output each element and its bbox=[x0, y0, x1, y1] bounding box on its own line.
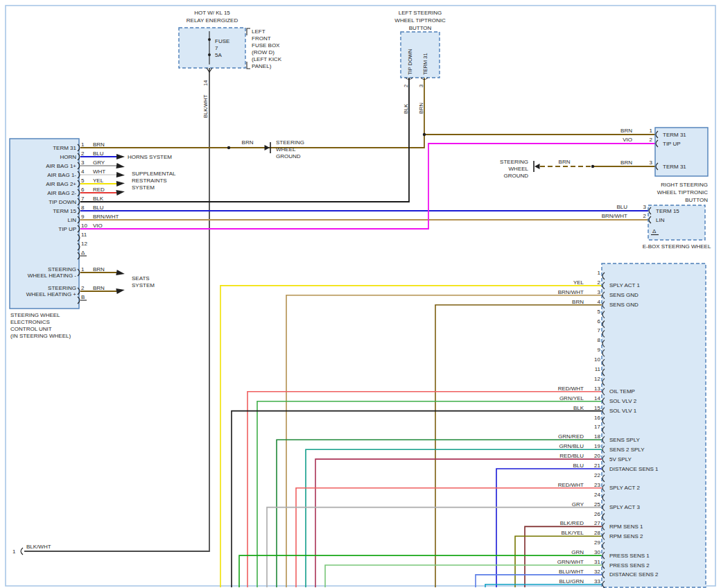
cu-pin-number: 2 bbox=[81, 150, 85, 157]
fuse-location: (ROW D) bbox=[252, 49, 275, 55]
ebox-pin-number: 3 bbox=[643, 204, 647, 210]
page-continuation: 1 BLK/WHT bbox=[12, 544, 51, 555]
system-reference-label: RESTRAINTS bbox=[132, 178, 167, 184]
system-arrow-icon bbox=[116, 154, 125, 159]
fuse-box-outline bbox=[179, 28, 245, 68]
location-bracket-icon bbox=[247, 28, 250, 35]
module-pin-label: RPM SENS 1 bbox=[609, 524, 643, 530]
system-arrow-icon bbox=[116, 172, 125, 178]
pin-number: 2 bbox=[403, 85, 409, 87]
module-pin-number: 18 bbox=[594, 433, 600, 440]
system-arrow-icon bbox=[116, 270, 125, 277]
rb-pin-number: 1 bbox=[650, 128, 653, 134]
ebox-pin-number: 2 bbox=[643, 213, 647, 219]
cu-pin-number: 5 bbox=[81, 178, 85, 184]
module-wire-color-label: BLU/GRN bbox=[559, 578, 584, 585]
cu-wire-color-label: RED bbox=[93, 187, 105, 193]
system-reference-label: HORNS SYSTEM bbox=[128, 154, 172, 160]
cu-wire-color-label: BLU bbox=[93, 150, 104, 157]
wire-term31-main bbox=[80, 78, 424, 148]
cu-pin-number: 7 bbox=[81, 196, 85, 202]
component-name: (IN STEERING WHEEL) bbox=[10, 333, 71, 339]
shield-symbol: Δ bbox=[652, 228, 657, 234]
module-wire-color-label: BLU bbox=[573, 462, 584, 469]
module-pin-number: 10 bbox=[594, 356, 600, 363]
cu-terminal-label: TIP UP bbox=[58, 226, 76, 232]
module-pin-number: 32 bbox=[594, 569, 600, 575]
module-wire-color-label: GRN/WHT bbox=[557, 559, 584, 565]
module-pin-label: SPLY ACT 3 bbox=[609, 504, 641, 510]
module-wire-color-label: YEL bbox=[573, 279, 584, 286]
fuse-wire-color-label: BLK/WHT bbox=[202, 94, 209, 118]
fuse-location: LEFT bbox=[252, 28, 266, 35]
module-pin-label: 5V SPLY bbox=[609, 456, 632, 462]
module-pin-number: 23 bbox=[594, 482, 600, 488]
ground-label: STEERING bbox=[500, 159, 528, 165]
cu-wire-color-label: BRN bbox=[93, 285, 105, 291]
module-wire-color-label: GRN bbox=[571, 549, 584, 555]
cu-pin-number: 1 bbox=[81, 141, 85, 148]
left-steering-wheel-tiptronic-button: LEFT STEERING WHEEL TIPTRONIC BUTTON TIP… bbox=[394, 10, 446, 114]
module-wire-color-label: BRN bbox=[572, 299, 584, 305]
cu-wire-color-label: GRY bbox=[93, 159, 105, 166]
module-wire-color-label: BLU/WHT bbox=[559, 569, 584, 575]
module-pin-number: 22 bbox=[594, 472, 600, 478]
module-wire-color-label: RED/WHT bbox=[558, 482, 584, 488]
cu-pin-number: 9 bbox=[81, 214, 85, 220]
cu-wire-color-label: YEL bbox=[93, 178, 104, 184]
cu-wire-color-label: BRN bbox=[93, 266, 105, 273]
cu-pin-number: 2 bbox=[81, 285, 85, 291]
module-pin-number: 19 bbox=[594, 443, 600, 449]
component-title: BUTTON bbox=[409, 25, 432, 31]
system-reference-label: SYSTEM bbox=[132, 282, 155, 288]
module-pin-number: 31 bbox=[594, 559, 600, 565]
module-pin-number: 6 bbox=[598, 318, 601, 325]
fuse-rating: 7 bbox=[215, 45, 218, 51]
module-pin-number: 33 bbox=[594, 578, 600, 585]
wire-module-pin-13 bbox=[247, 392, 602, 587]
module-pin-label: SOL VLV 2 bbox=[609, 398, 637, 404]
ebox-terminal-label: TERM 15 bbox=[656, 208, 679, 214]
right-steering-wheel-tiptronic-button: 1BRNTERM 312VIOTIP UP3BRNTERM 31 RIGHT S… bbox=[620, 128, 708, 203]
rb-pin-number: 2 bbox=[650, 137, 653, 143]
system-arrow-icon bbox=[116, 287, 125, 294]
module-pin-number: 30 bbox=[594, 549, 600, 555]
module-wire-color-label: RED/WHT bbox=[558, 386, 584, 392]
system-reference-label: SYSTEM bbox=[132, 184, 155, 191]
component-title: WHEEL TIPTRONIC bbox=[657, 189, 709, 196]
system-reference-label: SEATS bbox=[132, 275, 150, 282]
module-pin-number: 26 bbox=[594, 511, 600, 517]
cu-terminal-label: STEERING bbox=[48, 285, 76, 291]
rb-terminal-label: TIP UP bbox=[663, 141, 681, 147]
wire-color-label: BLK/WHT bbox=[26, 544, 51, 550]
wire-module-pin-23 bbox=[296, 488, 602, 587]
cu-wire-color-label: BRN bbox=[93, 141, 105, 148]
location-bracket-icon bbox=[247, 62, 250, 69]
rb-terminal-label: TERM 31 bbox=[663, 132, 686, 138]
pin-number: 3 bbox=[418, 85, 424, 87]
module-pin-label: PRESS SENS 1 bbox=[609, 553, 650, 559]
module-pin-number: 3 bbox=[598, 289, 601, 295]
left-steering-wheel-ground: BRN STEERING WHEEL GROUND bbox=[242, 139, 304, 159]
cu-terminal-label: TERM 15 bbox=[53, 208, 76, 214]
module-pin-number: 14 bbox=[594, 395, 600, 401]
module-wire-color-label: BLK/RED bbox=[560, 520, 584, 526]
component-name: ELECTRONICS bbox=[10, 319, 50, 325]
module-pin-label: DISTANCE SENS 1 bbox=[609, 466, 659, 472]
fuse-label: FUSE bbox=[215, 38, 229, 44]
module-pin-number: 24 bbox=[594, 492, 600, 498]
cu-terminal-label: STEERING bbox=[48, 266, 76, 273]
cu-wire-color-label: BLK bbox=[93, 196, 104, 202]
component-title: BUTTON bbox=[685, 197, 708, 203]
cu-pin-number: 3 bbox=[81, 159, 85, 166]
module-pin-number: 29 bbox=[594, 539, 600, 546]
ebox-wire-color-label: BRN/WHT bbox=[602, 213, 627, 219]
ebox-wire-color-label: BLU bbox=[616, 204, 627, 210]
module-pin-label: SPLY ACT 2 bbox=[609, 485, 641, 491]
cu-wire-color-label: WHT bbox=[93, 168, 105, 175]
module-pin-number: 20 bbox=[594, 453, 600, 459]
ebox-terminal-label: LIN bbox=[656, 217, 665, 223]
junction-dot-icon bbox=[591, 165, 594, 168]
ground-wire-color-label: BRN bbox=[242, 139, 254, 146]
module-pin-number: 15 bbox=[594, 405, 600, 411]
